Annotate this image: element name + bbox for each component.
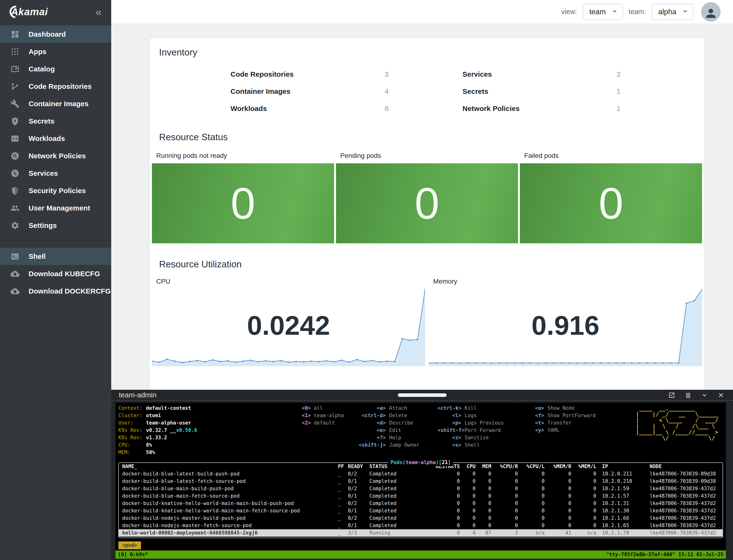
close-icon[interactable] bbox=[718, 392, 724, 399]
pod-cell: 0 bbox=[428, 515, 460, 522]
pod-cell: 0 bbox=[476, 507, 491, 515]
pod-cell: 0/2 bbox=[348, 515, 369, 522]
sidebar-item-label: Catalog bbox=[29, 65, 55, 73]
pod-row[interactable]: docker-build-blue-latest-fetch-source-po… bbox=[119, 478, 723, 485]
inventory-item-value: 6 bbox=[385, 105, 389, 113]
pod-cell: docker-build-knative-hello-world-main-ma… bbox=[119, 507, 338, 515]
pods-column-header: %CPU/L bbox=[518, 463, 545, 470]
k9s-context-row[interactable]: <1> team-alpha bbox=[302, 412, 344, 419]
status-tile-value: 0 bbox=[415, 181, 439, 225]
chevron-down-icon[interactable] bbox=[701, 392, 708, 399]
k9s-info-row: CPU:8% bbox=[118, 441, 197, 449]
sidebar-item-user-management[interactable]: User Management bbox=[0, 199, 111, 217]
pod-cell: 0 bbox=[518, 492, 545, 500]
pod-row[interactable]: docker-build-knative-hello-world-main-ma… bbox=[119, 507, 723, 515]
k9s-hotkey-row: <t>Transfer bbox=[533, 419, 596, 427]
pod-cell: lke487006-703839-437d2 bbox=[644, 500, 723, 507]
shell-icon bbox=[10, 252, 20, 261]
utilization-chart-label: Memory bbox=[433, 278, 702, 285]
inventory-item-label: Workloads bbox=[231, 105, 267, 113]
pod-cell: 0 bbox=[518, 500, 545, 507]
pod-cell: 10.2.1.79 bbox=[596, 529, 644, 537]
sidebar-item-services[interactable]: Services bbox=[0, 165, 111, 182]
pod-cell: 0 bbox=[428, 492, 460, 500]
sidebar-item-security-policies[interactable]: Security Policies bbox=[0, 182, 111, 199]
k9s-context-row[interactable]: <0> all bbox=[302, 405, 344, 412]
pods-title-resource: Pods bbox=[391, 460, 403, 465]
pod-row[interactable]: docker-build-knative-hello-world-main-ma… bbox=[119, 500, 723, 507]
sidebar-item-download-kubecfg[interactable]: Download KUBECFG bbox=[0, 265, 111, 282]
view-select[interactable]: team bbox=[583, 4, 623, 20]
sidebar-item-apps[interactable]: Apps bbox=[0, 43, 111, 60]
pod-cell: _ bbox=[338, 515, 348, 522]
k9s-hotkey-row: <f>Show PortForward bbox=[533, 412, 596, 419]
pod-cell: 10.2.0.211 bbox=[596, 470, 644, 478]
pod-cell: 0 bbox=[518, 522, 545, 529]
sidebar-item-download-dockercfg[interactable]: Download DOCKERCFG bbox=[0, 282, 111, 300]
chevron-down-icon bbox=[682, 8, 688, 16]
pod-cell: 0 bbox=[476, 478, 491, 485]
pod-cell: 0 bbox=[460, 470, 476, 478]
pod-row[interactable]: docker-build-nodejs-master-fetch-source-… bbox=[119, 522, 723, 529]
k9s-info-row: User:team-alpha-user bbox=[118, 419, 197, 427]
dashboard-icon bbox=[10, 30, 20, 39]
sidebar-item-secrets[interactable]: Secrets bbox=[0, 112, 111, 130]
sidebar-item-settings[interactable]: Settings bbox=[0, 217, 111, 234]
pod-cell: docker-build-blue-main-fetch-source-pod bbox=[119, 492, 338, 500]
pod-cell: 0 bbox=[476, 470, 491, 478]
open-in-new-icon[interactable] bbox=[668, 392, 675, 399]
k9s-cluster-info: Context:default-contextCluster:otomiUser… bbox=[118, 405, 197, 456]
drag-handle[interactable] bbox=[398, 393, 447, 397]
user-avatar[interactable] bbox=[701, 2, 721, 22]
sidebar-item-workloads[interactable]: Workloads bbox=[0, 130, 111, 147]
trash-icon[interactable] bbox=[685, 392, 692, 399]
pod-cell: 0 bbox=[428, 470, 460, 478]
k9s-hotkey-row: <shift-j>Jump Owner bbox=[358, 441, 419, 449]
pod-cell: 0/1 bbox=[348, 478, 369, 485]
pod-cell: 10.2.1.65 bbox=[596, 522, 644, 529]
sidebar-item-code-repositories[interactable]: Code Repositories bbox=[0, 78, 111, 95]
network-policies-icon bbox=[10, 151, 20, 160]
pod-cell: 0 bbox=[545, 515, 571, 522]
pod-cell: 0/1 bbox=[348, 492, 369, 500]
status-tile-value: 0 bbox=[599, 181, 623, 225]
inventory-title: Inventory bbox=[150, 38, 704, 58]
pod-cell: 0 bbox=[460, 478, 476, 485]
status-tile-value-panel: 0 bbox=[520, 163, 702, 243]
pod-cell: n/a bbox=[571, 529, 596, 537]
pods-rows: NAME_PFREADYSTATUSRESTARTSCPUMEM%CPU/R%C… bbox=[119, 463, 723, 537]
pod-cell: n/a bbox=[518, 529, 545, 537]
sidebar-item-catalog[interactable]: Catalog bbox=[0, 60, 111, 78]
akamai-logo: Akamai bbox=[10, 6, 48, 18]
sidebar-item-shell[interactable]: Shell bbox=[0, 248, 111, 265]
pod-cell: 0 bbox=[545, 492, 571, 500]
sidebar-item-dashboard[interactable]: Dashboard bbox=[0, 25, 111, 43]
pod-cell: 0 bbox=[476, 522, 491, 529]
pod-cell: 87 bbox=[476, 529, 491, 537]
k9s-info-row: K8s Rev:v1.33.2 bbox=[118, 434, 197, 441]
k9s-hotkey-row: <ctrl-k>Kill bbox=[437, 405, 504, 412]
k9s-hotkey-row: <e>Edit bbox=[358, 427, 419, 434]
status-tile: Failed pods0 bbox=[520, 148, 702, 243]
k9s-context-row[interactable]: <2> default bbox=[302, 419, 344, 427]
pod-cell: 0 bbox=[518, 485, 545, 492]
pod-row[interactable]: hello-world-00002-deployment-6468598845-… bbox=[119, 529, 723, 537]
pod-cell: 0 bbox=[428, 478, 460, 485]
sidebar-item-container-images[interactable]: Container Images bbox=[0, 95, 111, 112]
team-select[interactable]: alpha bbox=[652, 4, 693, 20]
sidebar-collapse-button[interactable]: « bbox=[95, 6, 102, 17]
utilization-chart: CPU 0.0242 bbox=[152, 274, 425, 366]
secrets-icon bbox=[10, 117, 20, 126]
pod-row[interactable]: docker-build-nodejs-master-build-push-po… bbox=[119, 515, 723, 522]
sidebar-item-label: Secrets bbox=[29, 117, 54, 125]
pod-row[interactable]: docker-build-blue-main-fetch-source-pod_… bbox=[119, 492, 723, 500]
sidebar-item-label: Download KUBECFG bbox=[29, 270, 100, 278]
pod-cell: lke487006-703839-437d2 bbox=[644, 522, 723, 529]
pod-row[interactable]: docker-build-blue-main-build-push-pod_0/… bbox=[119, 485, 723, 492]
pod-cell: 0 bbox=[491, 485, 518, 492]
sidebar-item-network-policies[interactable]: Network Policies bbox=[0, 147, 111, 165]
pod-cell: 10.2.1.57 bbox=[596, 492, 644, 500]
pod-row[interactable]: docker-build-blue-latest-build-push-pod_… bbox=[119, 470, 723, 478]
statusbar-session: [0] 0:k9s* bbox=[118, 551, 148, 558]
inventory-item-label: Network Policies bbox=[462, 105, 520, 113]
